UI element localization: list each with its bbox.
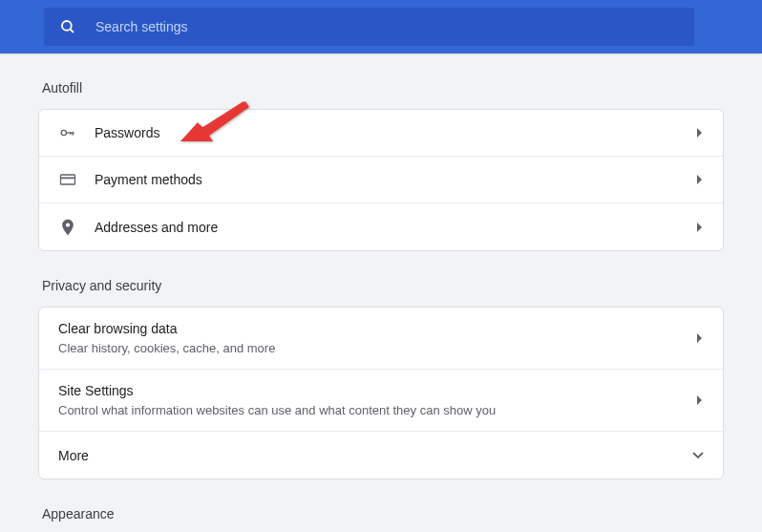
chevron-right-icon [696,223,704,232]
search-input[interactable] [95,19,679,34]
site-settings-row[interactable]: Site Settings Control what information w… [39,370,723,432]
site-settings-label: Site Settings [58,381,696,400]
search-container[interactable] [44,8,694,46]
passwords-row[interactable]: Passwords [39,110,723,157]
chevron-right-icon [696,333,704,343]
clear-browsing-label: Clear browsing data [58,319,696,338]
clear-browsing-row[interactable]: Clear browsing data Clear history, cooki… [39,308,723,370]
payment-row[interactable]: Payment methods [39,157,723,203]
site-settings-content: Site Settings Control what information w… [58,370,696,431]
header [0,0,762,53]
payment-label: Payment methods [95,170,696,189]
search-icon [59,18,76,35]
section-title-appearance: Appearance [42,506,724,521]
section-title-privacy: Privacy and security [42,278,724,293]
more-content: More [58,435,692,477]
chevron-right-icon [696,128,704,138]
privacy-card: Clear browsing data Clear history, cooki… [38,307,724,479]
svg-line-1 [70,29,74,32]
content: Autofill Passwords [0,80,762,521]
clear-browsing-sub: Clear history, cookies, cache, and more [58,340,696,357]
chevron-right-icon [696,395,704,405]
passwords-label: Passwords [95,123,696,142]
more-row[interactable]: More [39,432,723,479]
autofill-card: Passwords Payment methods [38,109,724,251]
addresses-label: Addresses and more [95,218,696,237]
payment-content: Payment methods [95,159,696,201]
addresses-content: Addresses and more [95,206,696,248]
site-settings-sub: Control what information websites can us… [58,402,696,419]
passwords-content: Passwords [95,112,696,154]
key-icon [58,123,77,142]
more-label: More [58,446,692,465]
svg-point-0 [62,21,72,31]
chevron-right-icon [696,175,704,184]
location-icon [58,218,77,237]
svg-rect-6 [61,175,75,184]
credit-card-icon [58,170,77,189]
svg-rect-5 [70,132,71,135]
clear-browsing-content: Clear browsing data Clear history, cooki… [58,308,696,369]
addresses-row[interactable]: Addresses and more [39,203,723,250]
chevron-down-icon [692,452,704,459]
svg-rect-4 [73,132,74,135]
section-title-autofill: Autofill [42,80,724,96]
